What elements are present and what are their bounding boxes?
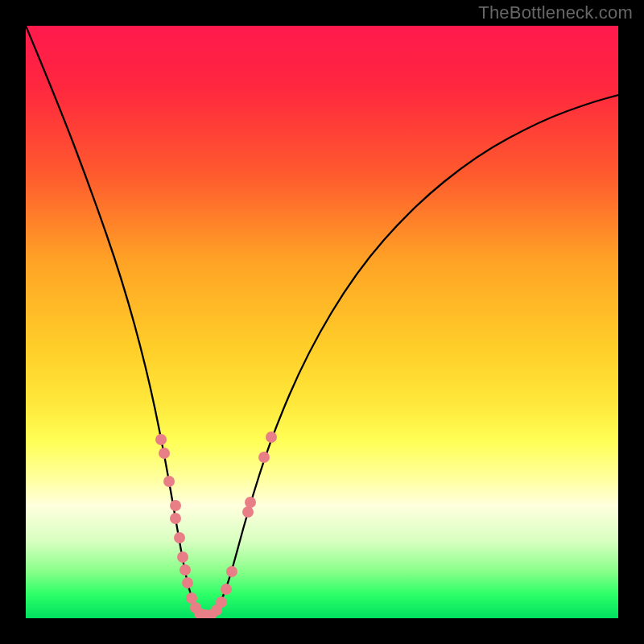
data-marker [174,532,185,543]
data-marker [180,564,191,576]
data-marker [170,513,181,524]
bottleneck-curve-path [26,26,618,615]
data-marker [182,577,193,588]
data-marker [258,452,270,463]
data-marker [159,448,170,459]
plot-area [26,26,618,618]
data-marker [245,497,256,508]
data-marker [163,476,175,487]
data-marker [242,506,254,518]
data-marker [177,551,188,563]
data-marker [170,500,181,511]
data-marker [155,434,167,445]
data-marker [221,584,232,595]
data-marker [226,566,237,577]
data-marker [266,431,277,443]
chart-container: TheBottleneck.com [0,0,644,644]
curve-svg [26,26,618,618]
data-markers-group [155,431,277,618]
data-marker [186,592,197,604]
data-marker [216,597,227,608]
watermark-text: TheBottleneck.com [478,2,633,23]
